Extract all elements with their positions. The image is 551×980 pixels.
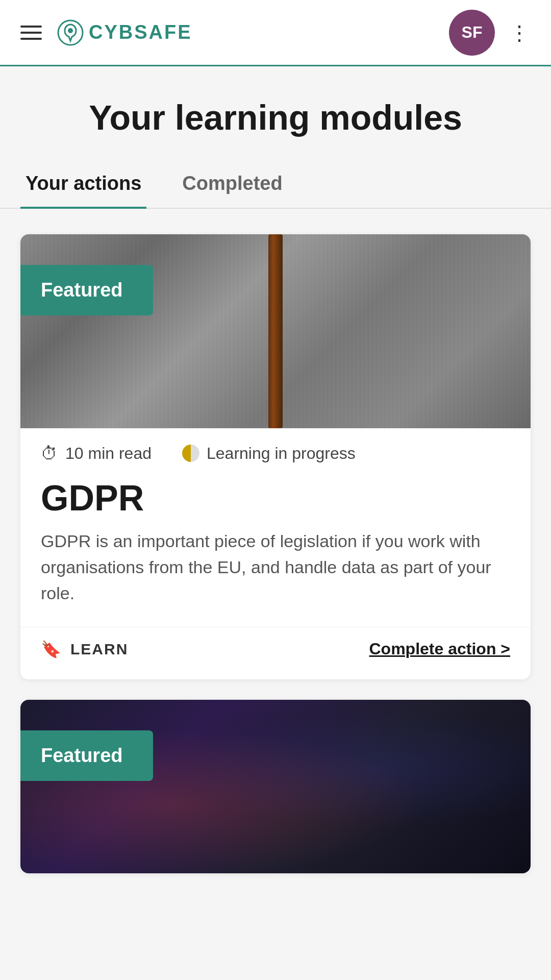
- card-image-wrapper: Featured: [20, 234, 531, 428]
- module-card-gdpr[interactable]: Featured ⏱ 10 min read Learning in progr…: [20, 234, 531, 679]
- more-options-icon[interactable]: ⋮: [509, 22, 531, 43]
- progress-icon: [182, 445, 199, 462]
- hamburger-menu[interactable]: [20, 26, 42, 40]
- clock-icon: ⏱: [41, 444, 58, 463]
- card-title-gdpr: GDPR: [20, 474, 531, 528]
- learn-label: 🔖 LEARN: [41, 640, 128, 659]
- page-title: Your learning modules: [20, 97, 531, 139]
- featured-badge-2: Featured: [20, 730, 153, 781]
- card-image-dark: [20, 700, 531, 873]
- app-header: CYBSAFE SF ⋮: [0, 0, 551, 66]
- cybsafe-logo-text: CYBSAFE: [89, 21, 192, 43]
- read-time-label: 10 min read: [65, 444, 152, 463]
- wood-pole-decoration: [268, 234, 283, 428]
- tabs-container: Your actions Completed: [0, 159, 551, 209]
- complete-action-button[interactable]: Complete action >: [369, 640, 511, 658]
- bookmark-icon: 🔖: [41, 640, 62, 659]
- tab-your-actions[interactable]: Your actions: [20, 160, 146, 209]
- card-image-wrapper-2: Featured: [20, 700, 531, 873]
- progress-label: Learning in progress: [207, 444, 356, 463]
- category-label: LEARN: [70, 641, 128, 658]
- header-right: SF ⋮: [449, 10, 531, 56]
- progress-item: Learning in progress: [182, 444, 356, 463]
- tab-completed[interactable]: Completed: [177, 160, 287, 209]
- header-left: CYBSAFE: [20, 19, 192, 46]
- page-title-section: Your learning modules: [0, 66, 551, 159]
- module-card-second[interactable]: Featured: [20, 700, 531, 873]
- card-image-wood: [20, 234, 531, 428]
- card-description-gdpr: GDPR is an important piece of legislatio…: [20, 528, 531, 622]
- read-time-item: ⏱ 10 min read: [41, 444, 152, 463]
- content-area: Featured ⏱ 10 min read Learning in progr…: [0, 224, 551, 914]
- logo-area: CYBSAFE: [57, 19, 192, 46]
- user-avatar[interactable]: SF: [449, 10, 495, 56]
- card-footer-gdpr: 🔖 LEARN Complete action >: [20, 627, 531, 679]
- featured-badge: Featured: [20, 265, 153, 315]
- card-meta: ⏱ 10 min read Learning in progress: [20, 428, 531, 474]
- cybsafe-logo-icon: [57, 19, 84, 46]
- svg-point-1: [68, 28, 73, 33]
